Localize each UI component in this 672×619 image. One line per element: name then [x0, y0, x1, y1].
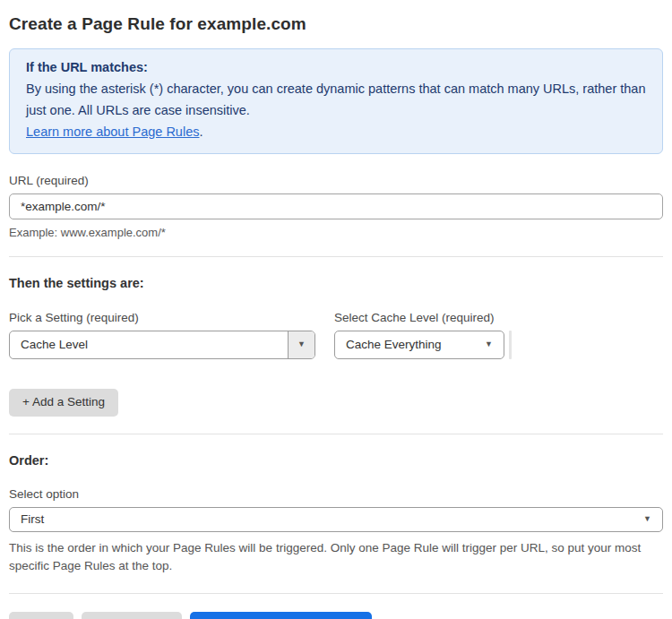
- setting-picker-column: Pick a Setting (required) Cache Level ▼: [9, 311, 315, 359]
- dropdown-arrow-button[interactable]: ▼: [288, 331, 314, 358]
- setting-picker-value: Cache Level: [10, 331, 288, 358]
- divider: [9, 593, 663, 594]
- add-setting-wrap: + Add a Setting: [9, 389, 663, 417]
- order-heading: Order:: [9, 453, 663, 468]
- setting-picker-label: Pick a Setting (required): [9, 311, 315, 324]
- info-box-link-line: Learn more about Page Rules.: [26, 122, 646, 143]
- actions-row: Cancel Save as Draft Save and Deploy Pag…: [9, 612, 663, 619]
- settings-row: Pick a Setting (required) Cache Level ▼ …: [9, 311, 663, 359]
- setting-picker-dropdown[interactable]: Cache Level ▼: [9, 331, 315, 359]
- save-as-draft-button[interactable]: Save as Draft: [82, 612, 182, 619]
- save-and-deploy-button[interactable]: Save and Deploy Page Rule: [190, 612, 373, 619]
- info-box-body: By using the asterisk (*) character, you…: [26, 79, 646, 122]
- order-select-label: Select option: [9, 487, 663, 501]
- dropdown-arrow-glyph: ▼: [485, 340, 493, 348]
- page-rule-form: Create a Page Rule for example.com If th…: [0, 0, 672, 619]
- divider: [9, 256, 663, 257]
- order-select-value: First: [21, 512, 44, 526]
- order-helper-text: This is the order in which your Page Rul…: [9, 539, 654, 577]
- url-input[interactable]: [9, 193, 663, 219]
- url-field-label: URL (required): [9, 174, 663, 187]
- dropdown-arrow-icon: ▼: [297, 340, 306, 348]
- order-select[interactable]: First ▼: [9, 507, 663, 532]
- url-match-info-box: If the URL matches: By using the asteris…: [9, 48, 663, 154]
- cache-level-label: Select Cache Level (required): [334, 311, 504, 324]
- add-setting-button[interactable]: + Add a Setting: [9, 389, 118, 417]
- cache-level-column: Select Cache Level (required) Cache Ever…: [334, 311, 504, 359]
- link-suffix: .: [199, 125, 202, 139]
- dropdown-arrow-icon: ▼: [485, 331, 504, 358]
- cache-level-value: Cache Everything: [335, 331, 485, 358]
- dropdown-arrow-icon: ▼: [643, 515, 651, 523]
- settings-heading: Then the settings are:: [9, 276, 663, 290]
- cache-level-dropdown[interactable]: Cache Everything ▼: [334, 331, 504, 359]
- learn-more-link[interactable]: Learn more about Page Rules: [26, 125, 199, 139]
- page-title: Create a Page Rule for example.com: [9, 14, 663, 34]
- setting-row-end-divider: [509, 331, 512, 359]
- info-box-heading: If the URL matches:: [26, 57, 646, 79]
- cancel-button[interactable]: Cancel: [9, 612, 73, 619]
- url-example-helper: Example: www.example.com/*: [9, 226, 663, 239]
- divider: [9, 434, 663, 434]
